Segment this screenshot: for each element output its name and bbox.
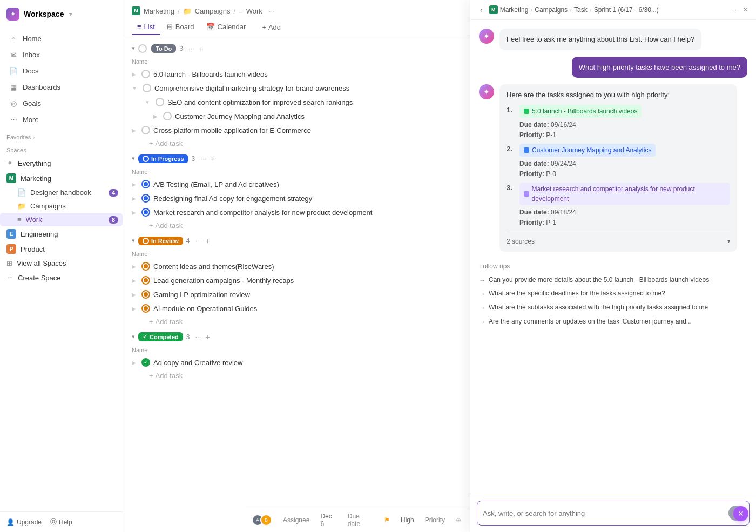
ai-task-item: 2. Customer Journey Mapping and Analytic… (507, 144, 730, 179)
ai-message: ✦ Feel free to ask me anything about thi… (479, 29, 747, 50)
sidebar-nav-label: Goals (23, 99, 41, 107)
inreview-add[interactable]: + (205, 236, 210, 245)
due-date-label: Due date (348, 513, 373, 528)
breadcrumb-folder-icon: 📁 (183, 7, 192, 15)
sidebar-item-marketing[interactable]: M Marketing (0, 171, 123, 186)
upgrade-button[interactable]: 👤 Upgrade (6, 517, 42, 527)
task-expand-icon: ▶ (132, 292, 136, 298)
sidebar-item-goals[interactable]: ◎ Goals (4, 95, 118, 111)
task-status-icon (141, 70, 150, 78)
sidebar-item-create-space[interactable]: ＋ Create Space (0, 270, 123, 285)
task-badge: Customer Journey Mapping and Analytics (519, 144, 656, 157)
ai-more-icon[interactable]: ··· (733, 6, 739, 14)
task-expand-icon: ▶ (132, 71, 136, 77)
arrow-icon: → (479, 304, 485, 313)
sidebar-item-view-spaces[interactable]: ⊞ View all Spaces (0, 257, 123, 270)
ai-close-icon[interactable]: ✕ (743, 6, 748, 14)
completed-status-icon: ✓ (143, 333, 147, 340)
inreview-actions[interactable]: ··· (195, 237, 201, 245)
sidebar-sub-work[interactable]: ≡ Work 8 (0, 213, 123, 226)
sidebar-item-dashboards[interactable]: ▦ Dashboards (4, 79, 118, 95)
inprogress-status-icon (143, 156, 149, 162)
ai-star-icon: ✦ (483, 87, 490, 96)
ai-panel: ‹ M Marketing › Campaigns › Task › Sprin… (470, 0, 756, 532)
ai-messages: ✦ Feel free to ask me anything about thi… (470, 20, 756, 494)
sidebar-item-product[interactable]: P Product (0, 241, 123, 257)
follow-up-item[interactable]: → What are the specific deadlines for th… (479, 287, 747, 301)
task-expand-icon: ▶ (132, 210, 136, 216)
help-button[interactable]: ⓪ Help (50, 517, 72, 527)
follow-up-item[interactable]: → Can you provide more details about the… (479, 273, 747, 287)
ai-input-row: › (477, 501, 750, 526)
breadcrumb-list-icon: ≡ (239, 7, 243, 15)
sidebar-item-everything[interactable]: ✦ Everything (0, 156, 123, 171)
doc-icon: 📄 (17, 188, 26, 197)
priority-value: High (401, 516, 414, 524)
goals-icon: ◎ (9, 98, 18, 108)
ai-star-icon: ✦ (483, 32, 490, 41)
ai-input-area: › (470, 494, 756, 532)
arrow-icon: → (479, 318, 485, 327)
completed-add[interactable]: + (205, 332, 210, 341)
sidebar-item-home[interactable]: ⌂ Home (4, 30, 118, 46)
breadcrumb-more[interactable]: ··· (269, 7, 275, 15)
help-icon: ⓪ (50, 517, 57, 527)
user-icon: 👤 (6, 518, 15, 526)
inbox-icon: ✉ (9, 50, 18, 59)
task-status-icon (141, 180, 150, 188)
ai-input[interactable] (483, 509, 725, 517)
inreview-status-icon (143, 238, 149, 244)
completed-count: 3 (186, 333, 190, 341)
more-icon: ⋯ (9, 115, 18, 124)
ai-response-bubble: Here are the tasks assigned to you with … (500, 84, 737, 252)
docs-icon: 📄 (9, 66, 18, 76)
todo-badge: To Do (151, 44, 176, 53)
sidebar-item-more[interactable]: ⋯ More (4, 111, 118, 127)
ai-panel-header: ‹ M Marketing › Campaigns › Task › Sprin… (470, 0, 756, 20)
sidebar-nav-label: Dashboards (23, 83, 60, 91)
completed-actions[interactable]: ··· (195, 333, 201, 341)
list-icon: ≡ (17, 216, 22, 224)
completed-badge: ✓ Competed (138, 332, 183, 341)
due-date-value: Dec 6 (320, 513, 336, 528)
tab-list[interactable]: ≡ List (132, 19, 160, 35)
todo-actions[interactable]: ··· (188, 44, 194, 52)
dashboards-icon: ▦ (9, 82, 18, 92)
tab-board[interactable]: ⊞ Board (161, 19, 200, 35)
inprogress-badge: In Progress (138, 154, 188, 163)
ai-bubble: Feel free to ask me anything about this … (500, 29, 701, 50)
inprogress-toggle-icon: ▾ (132, 155, 135, 162)
inreview-badge: In Review (138, 237, 183, 245)
sidebar-item-inbox[interactable]: ✉ Inbox (4, 46, 118, 63)
sidebar-sub-designer-handbook[interactable]: 📄 Designer handbook 4 (0, 186, 123, 199)
task-status-icon (143, 84, 151, 92)
favorites-label: Favorites › (0, 130, 123, 143)
follow-ups: Follow ups → Can you provide more detail… (479, 262, 747, 329)
sidebar-item-engineering[interactable]: E Engineering (0, 226, 123, 241)
sidebar-nav-label: More (23, 116, 39, 124)
ai-breadcrumb-icon: M (489, 5, 498, 14)
spaces-label: Spaces (0, 143, 123, 156)
sidebar-nav-label: Docs (23, 67, 39, 75)
inprogress-add[interactable]: + (211, 154, 215, 163)
close-ai-button[interactable]: ✕ (733, 506, 748, 521)
workspace-header[interactable]: ✦ Workspace ▾ (0, 0, 123, 28)
sidebar-item-docs[interactable]: 📄 Docs (4, 63, 118, 79)
inprogress-actions[interactable]: ··· (200, 154, 206, 163)
task-status-icon (141, 304, 150, 313)
avatar: B (260, 514, 272, 526)
follow-up-item[interactable]: → What are the subtasks associated with … (479, 301, 747, 315)
todo-add[interactable]: + (199, 44, 204, 53)
todo-toggle-icon: ▾ (132, 45, 135, 52)
ai-sources-row[interactable]: 2 sources ▾ (507, 232, 730, 246)
add-view-button[interactable]: + Add (256, 21, 286, 33)
task-status-icon (141, 276, 150, 285)
assignee-avatars: A B (255, 514, 272, 526)
tab-calendar[interactable]: 📅 Calendar (201, 19, 252, 35)
sidebar-sub-campaigns[interactable]: 📁 Campaigns (0, 199, 123, 213)
ai-panel-back[interactable]: ‹ (478, 5, 485, 14)
follow-up-item[interactable]: → Are the any comments or updates on the… (479, 315, 747, 329)
home-icon: ⌂ (9, 33, 18, 43)
chevron-down-icon: ▾ (727, 237, 730, 245)
task-expand-icon: ▶ (153, 113, 158, 119)
